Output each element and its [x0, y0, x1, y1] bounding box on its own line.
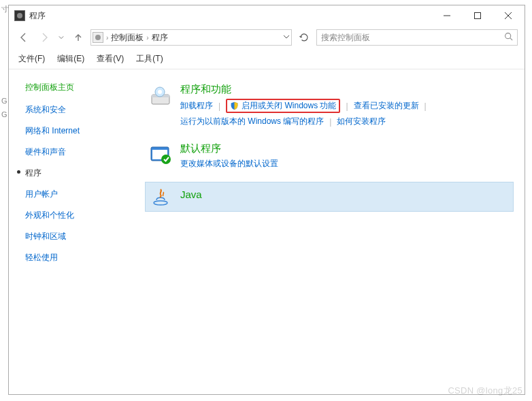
- sidebar-item-programs[interactable]: 程序: [25, 167, 145, 179]
- sidebar-item-clock[interactable]: 时钟和区域: [25, 231, 145, 242]
- location-icon: [93, 32, 103, 43]
- sidebar-title[interactable]: 控制面板主页: [25, 82, 145, 93]
- titlebar: 程序: [9, 5, 525, 26]
- maximize-button[interactable]: [462, 6, 493, 25]
- control-panel-window: 程序 › 控制面板 › 程序 文件(F) 编辑(E) 查看(V) 工具(T): [8, 5, 525, 395]
- svg-point-4: [505, 33, 511, 39]
- java-icon: [149, 185, 173, 209]
- menu-edit[interactable]: 编辑(E): [57, 53, 84, 65]
- breadcrumb-current[interactable]: 程序: [152, 31, 168, 45]
- address-bar[interactable]: › 控制面板 › 程序: [90, 29, 292, 46]
- link-windows-features[interactable]: 启用或关闭 Windows 功能: [242, 100, 336, 112]
- svg-point-9: [158, 90, 162, 94]
- svg-point-13: [154, 201, 167, 205]
- sidebar-item-appearance[interactable]: 外观和个性化: [25, 210, 145, 221]
- body: 控制面板主页 系统和安全 网络和 Internet 硬件和声音 程序 用户帐户 …: [9, 69, 525, 394]
- app-icon: [14, 10, 25, 21]
- nav-toolbar: › 控制面板 › 程序: [9, 26, 525, 49]
- recent-dropdown[interactable]: [56, 29, 66, 46]
- svg-rect-1: [474, 13, 480, 19]
- sidebar-item-system[interactable]: 系统和安全: [25, 104, 145, 116]
- shield-icon: [230, 101, 239, 110]
- svg-point-12: [161, 155, 171, 164]
- address-dropdown-icon[interactable]: [283, 33, 290, 42]
- search-box[interactable]: [316, 29, 518, 46]
- defaults-icon: [149, 142, 173, 167]
- content: 程序和功能 卸载程序 | 启用或关闭 Windows 功能 | 查看已安装的更新…: [145, 69, 525, 394]
- menu-tools[interactable]: 工具(T): [136, 53, 163, 65]
- category-programs-title[interactable]: 程序和功能: [180, 83, 510, 96]
- window-buttons: [431, 6, 523, 25]
- sidebar-item-hardware[interactable]: 硬件和声音: [25, 146, 145, 158]
- link-change-defaults[interactable]: 更改媒体或设备的默认设置: [180, 158, 278, 170]
- menu-view[interactable]: 查看(V): [97, 53, 124, 65]
- link-compat[interactable]: 运行为以前版本的 Windows 编写的程序: [180, 116, 324, 127]
- refresh-button[interactable]: [296, 29, 312, 46]
- sidebar-item-network[interactable]: 网络和 Internet: [25, 125, 145, 137]
- svg-line-5: [510, 38, 512, 40]
- up-button[interactable]: [70, 29, 86, 46]
- link-uninstall[interactable]: 卸载程序: [180, 100, 213, 112]
- category-java[interactable]: Java: [145, 182, 514, 212]
- category-defaults-title[interactable]: 默认程序: [180, 142, 510, 155]
- search-input[interactable]: [321, 33, 504, 42]
- sidebar-item-ease[interactable]: 轻松使用: [25, 252, 145, 263]
- search-icon: [504, 32, 513, 43]
- category-java-title[interactable]: Java: [180, 189, 510, 200]
- crumb-sep-icon: ›: [106, 34, 108, 42]
- sidebar: 控制面板主页 系统和安全 网络和 Internet 硬件和声音 程序 用户帐户 …: [9, 69, 145, 394]
- crumb-sep-icon: ›: [146, 34, 148, 42]
- forward-button[interactable]: [36, 29, 52, 46]
- breadcrumb-root[interactable]: 控制面板: [111, 31, 144, 45]
- menu-file[interactable]: 文件(F): [18, 53, 45, 65]
- category-programs: 程序和功能 卸载程序 | 启用或关闭 Windows 功能 | 查看已安装的更新…: [145, 80, 514, 130]
- sidebar-item-accounts[interactable]: 用户帐户: [25, 189, 145, 200]
- back-button[interactable]: [16, 29, 32, 46]
- highlight-annotation: 启用或关闭 Windows 功能: [226, 99, 340, 113]
- menu-bar: 文件(F) 编辑(E) 查看(V) 工具(T): [9, 49, 525, 69]
- link-howto-install[interactable]: 如何安装程序: [337, 116, 386, 127]
- close-button[interactable]: [493, 6, 523, 25]
- programs-icon: [149, 83, 173, 108]
- external-left-strip: 寸 G G: [0, 0, 8, 401]
- category-defaults: 默认程序 更改媒体或设备的默认设置: [145, 140, 514, 172]
- minimize-button[interactable]: [431, 6, 462, 25]
- window-title: 程序: [29, 10, 431, 22]
- link-installed-updates[interactable]: 查看已安装的更新: [354, 100, 419, 112]
- watermark: CSDN @long龙25: [448, 385, 522, 397]
